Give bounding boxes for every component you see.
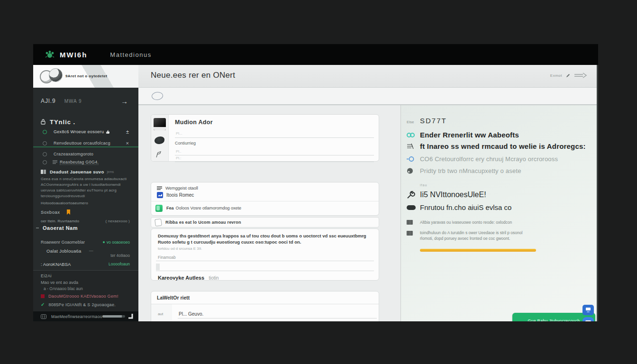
- detail-input[interactable]: [178, 309, 377, 318]
- workspace-value: MWA 9: [64, 99, 82, 104]
- app-window: MWI6h Mattedionus 9Aret not o oytedetet …: [33, 44, 598, 321]
- check-icon: ✓: [41, 302, 45, 307]
- media-card: Mudion Ador Contiurrieg: [151, 114, 379, 162]
- lock-icon: [41, 119, 46, 125]
- export-label[interactable]: Exmot: [550, 73, 562, 78]
- avatar: [49, 68, 63, 82]
- corner-handle-icon[interactable]: [128, 313, 134, 319]
- sidebar-item-label: Gex8c6 Wroeue eosoeru: [54, 129, 104, 134]
- scrollbar[interactable]: [597, 65, 598, 321]
- app-logo-icon: [45, 50, 55, 59]
- sidebar-info-block: Deadust Jaeuenae suvo jems Geea eua n or…: [41, 169, 132, 199]
- info-line: ACOonmeaonrguAtrs a uw l Iusudtarbonwndi: [41, 182, 132, 188]
- flag-icon[interactable]: [155, 151, 162, 160]
- user-name: 9Aret not o oytedetet: [65, 74, 107, 78]
- account-row-label: Oalat Jobloua6a: [46, 248, 82, 254]
- toggle-row[interactable]: Fea Ooloos Vosre otlamoromdog oxete: [151, 201, 379, 215]
- grid-icon: [41, 314, 46, 319]
- tip-text: CO6 Cretourolforrc ery chruuj Mcrayo orc…: [420, 155, 558, 163]
- active-section-divider: [33, 146, 138, 147]
- user-header[interactable]: 9Aret not o oytedetet: [33, 65, 138, 88]
- arrow-right-icon[interactable]: →: [121, 97, 128, 105]
- footer-line: a - OAnaaoo blac aun: [44, 286, 83, 291]
- scribble-icon: [407, 143, 420, 149]
- loading-ellipse-icon: [151, 91, 163, 100]
- account-row-value: ter 4o9aoo: [110, 253, 130, 258]
- tips-heading: SD77T: [420, 117, 447, 125]
- sidebar-item-4[interactable]: Reaxbeutag G0G4.: [33, 157, 138, 167]
- cell-label: aut: [158, 312, 163, 316]
- category-footer: Kareovyke Autless tiotin: [158, 273, 219, 282]
- wrench-icon: [407, 191, 420, 199]
- close-icon[interactable]: ×: [126, 140, 129, 146]
- description-line: Ruoto sofetu g t curcuudju euostiorug cu…: [158, 239, 374, 245]
- status-dot-icon: [43, 160, 47, 164]
- tip-note-line: toindhuluun do A turutdin s ower Ueedaoe…: [420, 230, 522, 236]
- account-row-value: vo ooaoeoeo: [107, 240, 130, 245]
- option-line: Wemggeist otaoll: [165, 186, 198, 191]
- alert-icon: [41, 294, 45, 298]
- blue-widget-icon[interactable]: [582, 305, 594, 315]
- top-app-bar: MWI6h Mattedionus: [33, 44, 598, 65]
- bookmark-icon: [66, 209, 71, 215]
- page-title: Neue.ees rer en ONert: [151, 71, 235, 80]
- toggle-prefix: Fea: [166, 206, 174, 210]
- sidebar-item-action[interactable]: ±: [126, 129, 129, 135]
- account-row-label: Roaewenr Goaomeblar: [41, 240, 85, 245]
- media-rail: [151, 115, 169, 161]
- card-title: Mudion Ador: [175, 119, 213, 126]
- workspace-switcher[interactable]: AJl.9 MWA 9 →: [33, 96, 138, 106]
- tip-text: Fnrutou fn.cho aiuiS evlsa co: [420, 203, 511, 211]
- toolbar-strip: [138, 88, 598, 105]
- success-text: 8085Pe IGIANtft & S 2guoaogae.: [48, 302, 116, 307]
- pill-icon: [407, 205, 420, 210]
- tip-note-line: rlomoti, dopd poruey avoec lronted oe co…: [420, 236, 522, 241]
- status-dot-icon: [43, 130, 47, 134]
- card-title: LaWeltOr riett: [157, 295, 190, 300]
- account-title: Oaoerat Nam: [43, 225, 78, 231]
- account-row: : AoroKNABSA Loooofoaun: [33, 259, 138, 269]
- checkbox-empty-icon[interactable]: [155, 218, 162, 227]
- sidebar-item-1[interactable]: Gex8c6 Wroeue eosoeru ±: [33, 127, 138, 136]
- export-group[interactable]: Exmot: [550, 73, 588, 78]
- circle-dash-icon: [407, 156, 420, 162]
- meta-row-value: ( nexaexooo ): [105, 218, 130, 224]
- sidebar-status-bar[interactable]: MaeMeeflnwsearreormaoo: [33, 311, 138, 321]
- progress-bar: [102, 315, 125, 318]
- toggle-on-icon[interactable]: [155, 205, 163, 212]
- alert-row: DaouMGtroooo KAEtVaoaoo Gem!: [41, 294, 118, 299]
- category-subtitle: tiotin: [209, 275, 219, 281]
- tip-note: toindhuluun do A turutdin s ower Ueedaoe…: [420, 230, 522, 241]
- field-label: Contiurrieg: [175, 141, 196, 146]
- meta-badge-row[interactable]: Soxboax: [33, 207, 138, 217]
- photo-thumbnail[interactable]: [154, 118, 166, 130]
- blob-thumbnail[interactable]: [155, 136, 164, 144]
- tip-text: Ii5 NVIttonoesUleE!: [420, 191, 486, 199]
- title-input[interactable]: [175, 129, 374, 138]
- status-dot-icon: [43, 152, 47, 156]
- account-row: Roaewenr Goaomeblar vo ooaoeoeo: [33, 237, 138, 247]
- tip-note: Altbia yaravas ou ivaseuowe oonto reode:…: [420, 219, 512, 225]
- tips-small-label: ifau: [420, 183, 427, 187]
- account-title-row: Oaoerat Nam: [36, 225, 78, 231]
- account-row-value: Loooofoaun: [109, 262, 130, 266]
- rings-icon: [407, 132, 420, 138]
- dash-icon: —: [89, 248, 93, 253]
- tertiary-input[interactable]: [175, 155, 374, 162]
- badge-label: Soxboax: [41, 209, 60, 215]
- success-row: ✓ 8085Pe IGIANtft & S 2guoaogae.: [41, 302, 116, 307]
- blue-chat-icon[interactable]: [582, 317, 594, 321]
- meta-row: oer ttein. Ruvrtaamdo ( nexaexooo ): [33, 217, 138, 226]
- checkbox-row[interactable]: Ribba es eat lo Ucom amoau revron: [151, 217, 379, 228]
- description-hint: tortdcu od d srcunsa E 39.: [158, 246, 202, 251]
- topbar-menu-item[interactable]: Mattedionus: [110, 51, 151, 58]
- input-adorner: [156, 264, 160, 270]
- double-arrow-icon[interactable]: [573, 73, 588, 78]
- row-label-cell: aut: [151, 304, 172, 321]
- info-title: Deadust Jaeuenae suvo: [50, 169, 104, 174]
- sidebar: 9Aret not o oytedetet AJl.9 MWA 9 → TYnl…: [33, 65, 138, 321]
- sidebar-item-label: Renvdeuttoue orcautfolcacg: [54, 141, 110, 146]
- meta-line: Hotoodoaualoortoaeumero: [41, 200, 88, 206]
- field-underline[interactable]: [156, 254, 374, 261]
- extra-input[interactable]: [156, 263, 374, 271]
